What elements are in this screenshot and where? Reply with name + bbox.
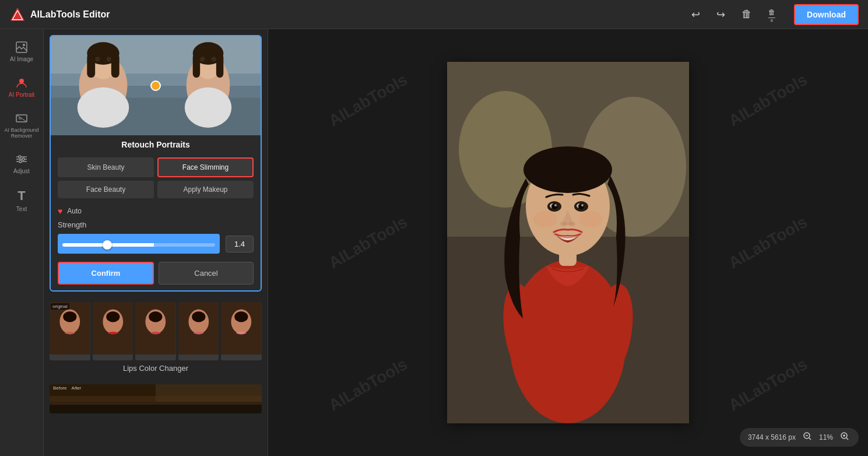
canvas-area: AILabTools AILabTools AILabTools AILabTo… [268,29,868,456]
app-logo: AILabTools Editor [9,6,110,23]
svg-point-78 [579,211,602,227]
retouch-card: Before After [50,35,262,292]
next-tool-svg [50,384,262,413]
ai-portrait-label: AI Portrait [9,92,34,98]
zoom-level: 11% [819,433,833,441]
redo-button[interactable]: ↪ [712,6,730,23]
svg-point-24 [95,57,100,61]
svg-line-85 [846,438,848,440]
lips-thumb-original[interactable]: original [50,302,90,360]
svg-point-3 [23,44,25,46]
text-label: Text [16,206,27,212]
divider-circle [150,80,161,91]
lips-thumb-3[interactable] [178,302,219,360]
after-mini: After [72,385,82,391]
svg-point-73 [554,204,557,206]
ai-portrait-icon [15,76,28,89]
svg-rect-2 [16,42,27,52]
svg-point-72 [578,204,584,209]
svg-rect-21 [87,54,95,78]
zoom-in-icon [840,432,849,441]
sidebar-icons: AI Image AI Portrait AI BackgroundRemove… [0,29,44,456]
before-image [51,36,156,135]
adjust-icon [15,153,28,166]
auto-heart-icon: ♥ [58,206,62,216]
delete-button[interactable]: 🗑 [737,6,757,23]
original-label: original [51,303,69,310]
svg-point-12 [22,158,24,160]
confirm-button[interactable]: Confirm [58,262,154,285]
svg-rect-7 [19,117,22,120]
sidebar-item-ai-portrait[interactable]: AI Portrait [0,71,43,104]
zoom-out-button[interactable] [802,432,813,443]
svg-point-23 [78,87,129,128]
svg-point-49 [192,311,205,322]
confirm-cancel-row: Confirm Cancel [51,258,261,290]
svg-point-4 [19,79,24,83]
sidebar-item-bg-remover[interactable]: AI BackgroundRemover [0,106,43,145]
before-after-mini-label: Before After [53,385,81,391]
zoom-in-button[interactable] [839,432,851,443]
text-icon: T [17,188,25,204]
lips-strip: original [50,302,262,360]
after-image [156,36,261,135]
zoom-info: 3744 x 5616 px 11% [740,428,859,447]
auto-row: ♥ Auto [58,206,254,216]
undo-button[interactable]: ↩ [687,6,705,23]
lips-thumb-svg-1 [93,302,133,355]
ai-image-label: AI Image [10,56,33,62]
sidebar-item-ai-image[interactable]: AI Image [0,35,43,68]
svg-point-52 [235,311,248,322]
lips-thumb-svg-4 [221,302,262,355]
face-beauty-button[interactable]: Face Beauty [58,181,154,198]
slider-row: 1.4 [58,234,254,254]
main-image-container [447,62,689,423]
after-portrait-svg [156,36,261,135]
svg-point-40 [63,311,76,322]
apply-makeup-button[interactable]: Apply Makeup [157,181,254,198]
svg-point-13 [19,160,22,163]
svg-point-46 [149,311,162,322]
skin-beauty-button[interactable]: Skin Beauty [58,157,154,177]
cancel-button[interactable]: Cancel [159,262,254,285]
sidebar-item-text[interactable]: T Text [0,183,43,218]
strength-slider[interactable] [62,243,215,247]
svg-point-43 [106,311,120,322]
svg-rect-56 [50,396,262,405]
svg-line-81 [809,438,811,440]
lips-thumb-2[interactable] [135,302,176,360]
strength-value: 1.4 [226,236,254,252]
sidebar-item-adjust[interactable]: Adjust [0,147,43,180]
slider-container [58,234,220,254]
lips-thumb-svg-2 [135,302,176,355]
before-mini: Before [53,385,67,391]
main-portrait-svg [447,62,689,423]
bg-remover-label: AI BackgroundRemover [4,127,38,139]
svg-rect-22 [111,54,120,78]
svg-point-74 [581,204,584,206]
strength-label: Strength [58,220,254,229]
main-layout: AI Image AI Portrait AI BackgroundRemove… [0,29,868,456]
lips-title: Lips Color Changer [50,360,262,375]
svg-rect-34 [216,54,223,78]
zoom-out-icon [803,432,812,441]
lips-thumb-1[interactable] [93,302,133,360]
svg-point-25 [107,57,111,61]
toolbar-left: AILabTools Editor [9,6,110,23]
lips-section: original [44,297,268,380]
lips-thumb-4[interactable] [221,302,262,360]
face-slimming-button[interactable]: Face Slimming [157,157,254,177]
before-preview [51,36,156,135]
logo-icon [9,6,26,23]
svg-point-77 [533,211,557,227]
clear-button[interactable]: 🗑≡ [764,3,780,26]
retouch-title: Retouch Portraits [51,135,261,154]
download-button[interactable]: Download [794,4,859,25]
strength-section: ♥ Auto Strength 1.4 [51,202,261,258]
toolbar-actions: ↩ ↪ 🗑 🗑≡ Download [687,3,859,26]
svg-point-75 [560,222,567,226]
svg-rect-33 [193,54,200,78]
svg-point-35 [185,87,231,128]
svg-point-37 [212,57,216,61]
svg-point-36 [200,57,205,61]
